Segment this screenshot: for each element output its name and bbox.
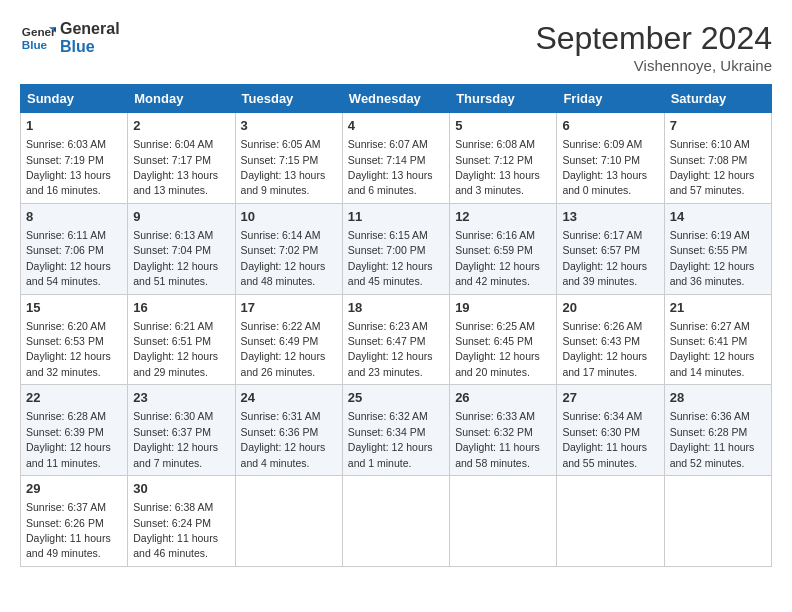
calendar-cell: 5 Sunrise: 6:08 AMSunset: 7:12 PMDayligh… — [450, 113, 557, 204]
day-info: Sunrise: 6:27 AMSunset: 6:41 PMDaylight:… — [670, 320, 755, 378]
day-info: Sunrise: 6:32 AMSunset: 6:34 PMDaylight:… — [348, 410, 433, 468]
day-number: 29 — [26, 480, 122, 498]
calendar-cell: 1 Sunrise: 6:03 AMSunset: 7:19 PMDayligh… — [21, 113, 128, 204]
calendar-cell: 21 Sunrise: 6:27 AMSunset: 6:41 PMDaylig… — [664, 294, 771, 385]
calendar-cell: 26 Sunrise: 6:33 AMSunset: 6:32 PMDaylig… — [450, 385, 557, 476]
day-info: Sunrise: 6:21 AMSunset: 6:51 PMDaylight:… — [133, 320, 218, 378]
calendar-cell — [557, 476, 664, 567]
calendar-cell: 28 Sunrise: 6:36 AMSunset: 6:28 PMDaylig… — [664, 385, 771, 476]
month-title: September 2024 — [535, 20, 772, 57]
week-row-2: 8 Sunrise: 6:11 AMSunset: 7:06 PMDayligh… — [21, 203, 772, 294]
calendar-cell: 24 Sunrise: 6:31 AMSunset: 6:36 PMDaylig… — [235, 385, 342, 476]
day-number: 8 — [26, 208, 122, 226]
day-number: 16 — [133, 299, 229, 317]
calendar-cell: 3 Sunrise: 6:05 AMSunset: 7:15 PMDayligh… — [235, 113, 342, 204]
day-info: Sunrise: 6:04 AMSunset: 7:17 PMDaylight:… — [133, 138, 218, 196]
calendar-cell — [342, 476, 449, 567]
calendar-cell: 10 Sunrise: 6:14 AMSunset: 7:02 PMDaylig… — [235, 203, 342, 294]
calendar-table: SundayMondayTuesdayWednesdayThursdayFrid… — [20, 84, 772, 567]
day-info: Sunrise: 6:11 AMSunset: 7:06 PMDaylight:… — [26, 229, 111, 287]
day-info: Sunrise: 6:19 AMSunset: 6:55 PMDaylight:… — [670, 229, 755, 287]
day-info: Sunrise: 6:08 AMSunset: 7:12 PMDaylight:… — [455, 138, 540, 196]
day-info: Sunrise: 6:20 AMSunset: 6:53 PMDaylight:… — [26, 320, 111, 378]
calendar-cell — [664, 476, 771, 567]
week-row-3: 15 Sunrise: 6:20 AMSunset: 6:53 PMDaylig… — [21, 294, 772, 385]
day-info: Sunrise: 6:14 AMSunset: 7:02 PMDaylight:… — [241, 229, 326, 287]
week-row-4: 22 Sunrise: 6:28 AMSunset: 6:39 PMDaylig… — [21, 385, 772, 476]
page-header: General Blue General Blue September 2024… — [20, 20, 772, 74]
calendar-body: 1 Sunrise: 6:03 AMSunset: 7:19 PMDayligh… — [21, 113, 772, 567]
day-number: 23 — [133, 389, 229, 407]
day-info: Sunrise: 6:07 AMSunset: 7:14 PMDaylight:… — [348, 138, 433, 196]
logo-text-general: General — [60, 20, 120, 38]
calendar-cell: 11 Sunrise: 6:15 AMSunset: 7:00 PMDaylig… — [342, 203, 449, 294]
calendar-cell: 22 Sunrise: 6:28 AMSunset: 6:39 PMDaylig… — [21, 385, 128, 476]
day-number: 13 — [562, 208, 658, 226]
calendar-cell: 14 Sunrise: 6:19 AMSunset: 6:55 PMDaylig… — [664, 203, 771, 294]
day-number: 26 — [455, 389, 551, 407]
title-block: September 2024 Vishennoye, Ukraine — [535, 20, 772, 74]
day-info: Sunrise: 6:25 AMSunset: 6:45 PMDaylight:… — [455, 320, 540, 378]
calendar-cell: 7 Sunrise: 6:10 AMSunset: 7:08 PMDayligh… — [664, 113, 771, 204]
calendar-cell: 4 Sunrise: 6:07 AMSunset: 7:14 PMDayligh… — [342, 113, 449, 204]
day-number: 6 — [562, 117, 658, 135]
calendar-cell: 17 Sunrise: 6:22 AMSunset: 6:49 PMDaylig… — [235, 294, 342, 385]
calendar-cell: 9 Sunrise: 6:13 AMSunset: 7:04 PMDayligh… — [128, 203, 235, 294]
day-info: Sunrise: 6:36 AMSunset: 6:28 PMDaylight:… — [670, 410, 755, 468]
day-number: 25 — [348, 389, 444, 407]
day-number: 12 — [455, 208, 551, 226]
calendar-cell: 15 Sunrise: 6:20 AMSunset: 6:53 PMDaylig… — [21, 294, 128, 385]
calendar-cell: 8 Sunrise: 6:11 AMSunset: 7:06 PMDayligh… — [21, 203, 128, 294]
header-monday: Monday — [128, 85, 235, 113]
calendar-cell: 13 Sunrise: 6:17 AMSunset: 6:57 PMDaylig… — [557, 203, 664, 294]
calendar-cell: 16 Sunrise: 6:21 AMSunset: 6:51 PMDaylig… — [128, 294, 235, 385]
calendar-cell — [235, 476, 342, 567]
day-number: 9 — [133, 208, 229, 226]
day-number: 1 — [26, 117, 122, 135]
day-info: Sunrise: 6:05 AMSunset: 7:15 PMDaylight:… — [241, 138, 326, 196]
day-number: 15 — [26, 299, 122, 317]
day-number: 19 — [455, 299, 551, 317]
day-info: Sunrise: 6:23 AMSunset: 6:47 PMDaylight:… — [348, 320, 433, 378]
header-saturday: Saturday — [664, 85, 771, 113]
logo-icon: General Blue — [20, 20, 56, 56]
calendar-cell: 12 Sunrise: 6:16 AMSunset: 6:59 PMDaylig… — [450, 203, 557, 294]
calendar-cell: 25 Sunrise: 6:32 AMSunset: 6:34 PMDaylig… — [342, 385, 449, 476]
day-number: 20 — [562, 299, 658, 317]
day-info: Sunrise: 6:34 AMSunset: 6:30 PMDaylight:… — [562, 410, 647, 468]
logo-text-blue: Blue — [60, 38, 120, 56]
day-number: 27 — [562, 389, 658, 407]
day-number: 18 — [348, 299, 444, 317]
location-subtitle: Vishennoye, Ukraine — [535, 57, 772, 74]
day-number: 4 — [348, 117, 444, 135]
calendar-cell: 30 Sunrise: 6:38 AMSunset: 6:24 PMDaylig… — [128, 476, 235, 567]
day-number: 7 — [670, 117, 766, 135]
header-friday: Friday — [557, 85, 664, 113]
day-number: 28 — [670, 389, 766, 407]
calendar-cell — [450, 476, 557, 567]
day-info: Sunrise: 6:22 AMSunset: 6:49 PMDaylight:… — [241, 320, 326, 378]
day-number: 3 — [241, 117, 337, 135]
day-info: Sunrise: 6:30 AMSunset: 6:37 PMDaylight:… — [133, 410, 218, 468]
day-info: Sunrise: 6:10 AMSunset: 7:08 PMDaylight:… — [670, 138, 755, 196]
calendar-cell: 19 Sunrise: 6:25 AMSunset: 6:45 PMDaylig… — [450, 294, 557, 385]
day-number: 2 — [133, 117, 229, 135]
day-info: Sunrise: 6:37 AMSunset: 6:26 PMDaylight:… — [26, 501, 111, 559]
week-row-5: 29 Sunrise: 6:37 AMSunset: 6:26 PMDaylig… — [21, 476, 772, 567]
day-number: 10 — [241, 208, 337, 226]
day-number: 21 — [670, 299, 766, 317]
day-info: Sunrise: 6:17 AMSunset: 6:57 PMDaylight:… — [562, 229, 647, 287]
day-info: Sunrise: 6:09 AMSunset: 7:10 PMDaylight:… — [562, 138, 647, 196]
day-info: Sunrise: 6:03 AMSunset: 7:19 PMDaylight:… — [26, 138, 111, 196]
day-info: Sunrise: 6:13 AMSunset: 7:04 PMDaylight:… — [133, 229, 218, 287]
day-info: Sunrise: 6:38 AMSunset: 6:24 PMDaylight:… — [133, 501, 218, 559]
day-number: 5 — [455, 117, 551, 135]
header-sunday: Sunday — [21, 85, 128, 113]
calendar-cell: 23 Sunrise: 6:30 AMSunset: 6:37 PMDaylig… — [128, 385, 235, 476]
day-info: Sunrise: 6:33 AMSunset: 6:32 PMDaylight:… — [455, 410, 540, 468]
logo: General Blue General Blue — [20, 20, 120, 56]
day-number: 22 — [26, 389, 122, 407]
day-number: 30 — [133, 480, 229, 498]
day-number: 17 — [241, 299, 337, 317]
day-info: Sunrise: 6:26 AMSunset: 6:43 PMDaylight:… — [562, 320, 647, 378]
